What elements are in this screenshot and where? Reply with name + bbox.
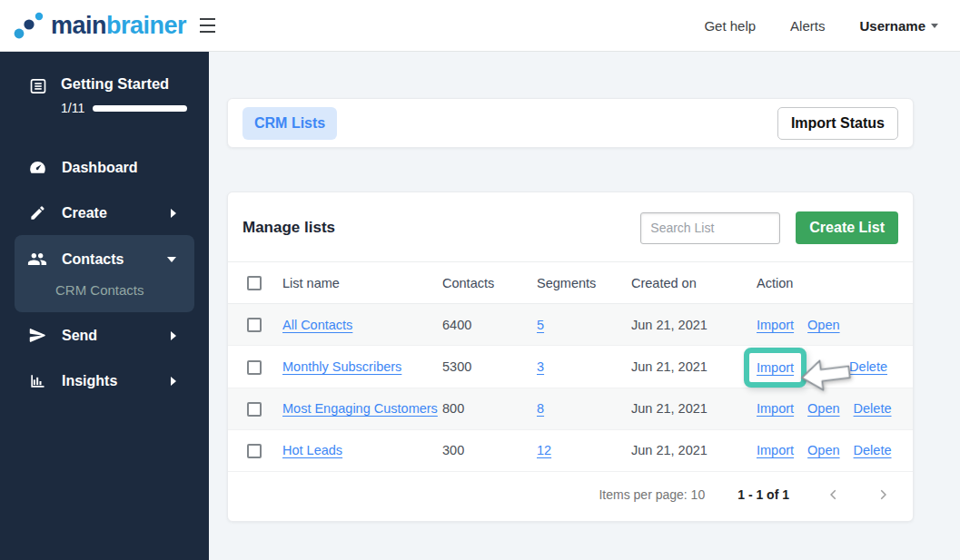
- column-header-segments: Segments: [537, 262, 631, 304]
- contacts-count: 800: [442, 388, 537, 429]
- table-row: Most Engaging Customers8008Jun 21, 2021I…: [228, 388, 913, 429]
- manage-lists-card: Manage lists Create List List name Conta…: [227, 192, 914, 522]
- paper-plane-icon: [27, 326, 47, 345]
- list-table-body: All Contacts64005Jun 21, 2021ImportOpenM…: [228, 304, 913, 472]
- top-nav: Get help Alerts Username: [704, 18, 960, 34]
- getting-started[interactable]: Getting Started 1/11: [0, 52, 209, 124]
- segments-count-link[interactable]: 3: [537, 359, 544, 374]
- sidebar: Getting Started 1/11 Dashboard Create: [0, 52, 209, 560]
- import-action-link[interactable]: Import: [757, 360, 794, 375]
- import-highlight-box: Import: [744, 348, 807, 388]
- import-action-link[interactable]: Import: [757, 443, 794, 457]
- pagination: Items per page: 10 1 - 1 of 1: [228, 472, 913, 521]
- chevron-right-icon: [171, 331, 176, 340]
- action-cell: ImportOpenDelete: [757, 429, 913, 471]
- chevron-right-icon: [171, 209, 176, 218]
- select-all-checkbox[interactable]: [247, 276, 262, 290]
- sidebar-item-label: Insights: [62, 373, 117, 389]
- chevron-down-icon: [931, 24, 938, 28]
- crm-lists-toolbar: CRM Lists Import Status: [227, 98, 914, 148]
- delete-action-link[interactable]: Delete: [854, 401, 892, 416]
- sidebar-nav: Dashboard Create Contacts CRM Co: [0, 144, 209, 404]
- delete-action-link[interactable]: Delete: [849, 359, 887, 374]
- created-on-date: Jun 21, 2021: [631, 304, 757, 346]
- sidebar-item-label: Create: [62, 205, 107, 221]
- search-list-input[interactable]: [640, 212, 780, 244]
- sidebar-item-crm-contacts[interactable]: CRM Contacts: [15, 279, 194, 312]
- next-page-button[interactable]: [876, 488, 889, 501]
- table-row: Hot Leads30012Jun 21, 2021ImportOpenDele…: [228, 429, 913, 471]
- list-name-link[interactable]: Most Engaging Customers: [282, 401, 438, 416]
- column-header-contacts: Contacts: [442, 262, 537, 304]
- list-name-link[interactable]: All Contacts: [282, 318, 352, 332]
- pencil-icon: [27, 204, 47, 221]
- logo: mainbrainer: [0, 10, 189, 41]
- page-range-label: 1 - 1 of 1: [737, 487, 789, 502]
- contacts-count: 300: [442, 429, 537, 471]
- created-on-date: Jun 21, 2021: [631, 388, 757, 429]
- get-help-link[interactable]: Get help: [704, 18, 756, 34]
- previous-page-button[interactable]: [827, 488, 840, 501]
- bar-chart-icon: [27, 372, 47, 390]
- lists-table: List name Contacts Segments Created on A…: [228, 261, 913, 472]
- sidebar-item-insights[interactable]: Insights: [0, 359, 209, 404]
- list-name-link[interactable]: Monthly Subscribers: [282, 359, 401, 374]
- import-action-link[interactable]: Import: [757, 401, 794, 416]
- segments-count-link[interactable]: 12: [537, 443, 551, 457]
- progress-count: 1/11: [61, 101, 84, 115]
- created-on-date: Jun 21, 2021: [631, 429, 757, 471]
- open-action-link[interactable]: Open: [807, 318, 839, 332]
- list-name-link[interactable]: Hot Leads: [282, 443, 342, 457]
- sidebar-item-label: Dashboard: [62, 160, 138, 176]
- column-header-created-on: Created on: [631, 262, 757, 304]
- sidebar-item-send[interactable]: Send: [0, 312, 209, 359]
- sidebar-item-dashboard[interactable]: Dashboard: [0, 144, 209, 191]
- open-action-link[interactable]: Open: [807, 401, 839, 416]
- column-header-list-name: List name: [282, 262, 442, 304]
- progress-bar: [93, 105, 187, 112]
- table-row: All Contacts64005Jun 21, 2021ImportOpen: [228, 304, 913, 346]
- alerts-link[interactable]: Alerts: [790, 18, 825, 34]
- chevron-down-icon: [167, 257, 176, 262]
- checklist-icon: [29, 77, 47, 115]
- row-checkbox[interactable]: [247, 360, 262, 375]
- action-cell: ImportOpenDelete: [757, 388, 913, 429]
- contacts-count: 5300: [442, 346, 537, 388]
- import-action-link[interactable]: Import: [757, 318, 794, 332]
- row-checkbox[interactable]: [247, 318, 262, 332]
- create-list-button[interactable]: Create List: [796, 211, 898, 244]
- getting-started-label: Getting Started: [61, 75, 187, 93]
- items-per-page-label: Items per page: 10: [599, 487, 705, 502]
- action-cell: ImportOpen: [757, 304, 913, 346]
- manage-lists-title: Manage lists: [242, 219, 335, 237]
- segments-count-link[interactable]: 5: [537, 318, 544, 332]
- sidebar-contacts-group: Contacts CRM Contacts: [15, 235, 194, 312]
- sidebar-item-contacts[interactable]: Contacts: [15, 235, 194, 279]
- tab-crm-lists[interactable]: CRM Lists: [242, 107, 337, 140]
- import-status-button[interactable]: Import Status: [777, 107, 898, 140]
- column-header-action: Action: [757, 262, 913, 304]
- table-row: Monthly Subscribers53003Jun 21, 2021Impo…: [228, 346, 913, 388]
- created-on-date: Jun 21, 2021: [631, 346, 757, 388]
- people-icon: [27, 249, 47, 270]
- row-checkbox[interactable]: [247, 444, 262, 458]
- delete-action-link[interactable]: Delete: [854, 443, 892, 457]
- hamburger-menu-icon[interactable]: [200, 18, 220, 33]
- sidebar-item-create[interactable]: Create: [0, 191, 209, 235]
- contacts-count: 6400: [442, 304, 537, 346]
- sidebar-item-label: Send: [62, 328, 97, 344]
- username-menu[interactable]: Username: [859, 18, 938, 34]
- top-header: mainbrainer Get help Alerts Username: [0, 0, 960, 52]
- open-action-link[interactable]: Open: [807, 443, 839, 457]
- sidebar-item-label: Contacts: [62, 251, 124, 268]
- segments-count-link[interactable]: 8: [537, 401, 544, 416]
- logo-dots-icon: [13, 10, 45, 41]
- action-cell: ImportDelete: [757, 346, 913, 388]
- gauge-icon: [27, 158, 47, 177]
- chevron-right-icon: [171, 377, 176, 386]
- main-content: CRM Lists Import Status Manage lists Cre…: [209, 52, 960, 560]
- table-header-row: List name Contacts Segments Created on A…: [228, 262, 913, 304]
- row-checkbox[interactable]: [247, 402, 262, 417]
- logo-text: mainbrainer: [51, 12, 186, 40]
